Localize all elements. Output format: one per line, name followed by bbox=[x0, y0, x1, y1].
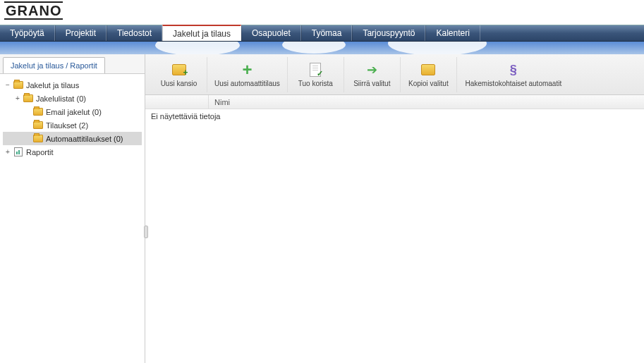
toolbar: Uusi kansio + Uusi automaattitilaus Tuo … bbox=[145, 54, 644, 95]
tree-expand-icon[interactable]: + bbox=[13, 94, 23, 102]
tree-node-automaattitilaukset[interactable]: Automaattitilaukset (0) bbox=[3, 132, 142, 145]
tree-node-jakelut-ja-tilaus[interactable]: − Jakelut ja tilaus bbox=[3, 78, 142, 92]
content-area: Uusi kansio + Uusi automaattitilaus Tuo … bbox=[145, 54, 644, 363]
folder-icon bbox=[23, 94, 34, 104]
tool-label: Kopioi valitut bbox=[408, 80, 449, 87]
nav-kalenteri[interactable]: Kalenteri bbox=[425, 25, 480, 41]
hakemistokohtaiset-automaatit-button[interactable]: § Hakemistokohtaiset automaatit bbox=[457, 57, 570, 92]
banner-sky bbox=[0, 42, 644, 54]
brand-logo: GRANO bbox=[4, 1, 63, 20]
tree-node-jakelulistat[interactable]: + Jakelulistat (0) bbox=[3, 92, 142, 105]
tree-label: Jakelut ja tilaus bbox=[26, 81, 79, 90]
tree-label: Tilaukset (2) bbox=[46, 121, 88, 130]
kopioi-valitut-button[interactable]: Kopioi valitut bbox=[401, 57, 457, 92]
grid-column-selector[interactable] bbox=[145, 95, 209, 109]
header: GRANO bbox=[0, 0, 644, 25]
nav-tarjouspyynto[interactable]: Tarjouspyyntö bbox=[352, 25, 425, 41]
grid-column-nimi[interactable]: Nimi bbox=[209, 95, 644, 109]
sidebar: Jakelut ja tilaus / Raportit − Jakelut j… bbox=[0, 54, 145, 363]
nav-tyomaa[interactable]: Työmaa bbox=[301, 25, 353, 41]
report-icon bbox=[13, 147, 24, 157]
sidebar-tabstrip: Jakelut ja tilaus / Raportit bbox=[0, 54, 145, 74]
uusi-automaattitilaus-button[interactable]: + Uusi automaattitilaus bbox=[207, 57, 288, 92]
tree-collapse-icon[interactable]: − bbox=[3, 81, 13, 89]
folder-icon bbox=[13, 80, 24, 90]
tree-expand-icon[interactable]: + bbox=[3, 148, 13, 156]
move-arrow-icon: ➔ bbox=[363, 61, 380, 78]
tool-label: Uusi kansio bbox=[161, 80, 198, 87]
tree-label: Raportit bbox=[26, 148, 54, 156]
nav-projektit[interactable]: Projektit bbox=[55, 25, 107, 41]
splitter-handle[interactable] bbox=[144, 226, 148, 238]
main-area: Jakelut ja tilaus / Raportit − Jakelut j… bbox=[0, 54, 644, 363]
copy-folder-icon bbox=[420, 61, 437, 78]
siirra-valitut-button[interactable]: ➔ Siirrä valitut bbox=[344, 57, 401, 92]
nav-tyopoya[interactable]: Työpöytä bbox=[0, 25, 55, 41]
tree-node-email-jakelut[interactable]: Email jakelut (0) bbox=[3, 105, 142, 118]
tool-label: Hakemistokohtaiset automaatit bbox=[465, 80, 561, 87]
nav-jakelut-ja-tilaus[interactable]: Jakelut ja tilaus bbox=[162, 25, 241, 41]
grid-empty-text: Ei näytettäviä tietoja bbox=[151, 112, 220, 121]
tree-label: Email jakelut (0) bbox=[46, 108, 102, 116]
tree-node-raportit[interactable]: + Raportit bbox=[3, 145, 142, 159]
tool-label: Siirrä valitut bbox=[353, 80, 390, 87]
tree-label: Automaattitilaukset (0) bbox=[46, 135, 123, 143]
section-icon: § bbox=[505, 61, 522, 78]
tool-label: Tuo korista bbox=[298, 80, 333, 87]
tree-node-tilaukset[interactable]: Tilaukset (2) bbox=[3, 118, 142, 132]
folder-icon bbox=[32, 107, 44, 117]
tuo-korista-button[interactable]: Tuo korista bbox=[288, 57, 344, 92]
nav-osapuolet[interactable]: Osapuolet bbox=[241, 25, 301, 41]
plus-icon: + bbox=[238, 61, 255, 78]
folder-icon bbox=[32, 134, 44, 144]
main-nav: Työpöytä Projektit Tiedostot Jakelut ja … bbox=[0, 25, 644, 42]
grid-body: Ei näytettäviä tietoja bbox=[145, 109, 644, 363]
tool-label: Uusi automaattitilaus bbox=[214, 80, 280, 87]
import-document-icon bbox=[307, 61, 324, 78]
folder-icon bbox=[32, 121, 44, 130]
new-folder-icon bbox=[171, 61, 188, 78]
uusi-kansio-button[interactable]: Uusi kansio bbox=[151, 57, 207, 92]
nav-tiedostot[interactable]: Tiedostot bbox=[107, 25, 162, 41]
sidebar-tab-jakelut-raportit[interactable]: Jakelut ja tilaus / Raportit bbox=[3, 57, 105, 73]
grid-header: Nimi bbox=[145, 95, 644, 109]
tree-label: Jakelulistat (0) bbox=[36, 94, 86, 103]
tree-view: − Jakelut ja tilaus + Jakelulistat (0) E… bbox=[0, 74, 145, 363]
